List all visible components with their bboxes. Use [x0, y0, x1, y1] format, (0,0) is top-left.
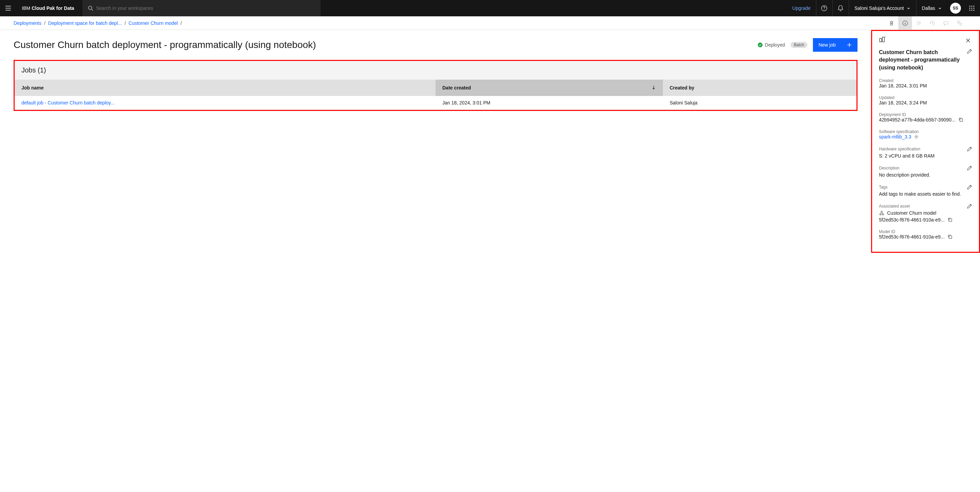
associated-asset-name: Customer Churn model	[887, 210, 937, 216]
status-deployed: Deployed	[757, 42, 785, 48]
app-switcher[interactable]	[964, 0, 980, 16]
copy-icon[interactable]	[958, 117, 964, 123]
col-date-created[interactable]: Date created	[436, 80, 663, 96]
col-date-label: Date created	[442, 85, 471, 91]
detail-description: Description No description provided.	[879, 166, 972, 178]
svg-point-6	[969, 8, 970, 9]
search-input[interactable]	[93, 5, 321, 11]
flow-icon	[916, 21, 921, 26]
toolbar-icons	[885, 16, 966, 30]
status-label: Deployed	[765, 42, 785, 48]
hardware-spec-label: Hardware specification	[879, 146, 920, 151]
edit-icon[interactable]	[967, 146, 972, 152]
breadcrumb-separator: /	[124, 21, 126, 26]
detail-updated: Updated Jan 18, 2024, 3:24 PM	[879, 95, 972, 105]
menu-icon	[5, 5, 11, 11]
model-icon	[879, 210, 885, 216]
svg-rect-17	[880, 38, 882, 42]
detail-deployment-id: Deployment ID 42b94952-a77b-4dda-b5b7-39…	[879, 112, 972, 123]
svg-point-20	[916, 136, 917, 137]
top-header: IBM Cloud Pak for Data Upgrade Saloni Sa…	[0, 0, 980, 16]
account-name: Saloni Saluja's Account	[854, 5, 904, 11]
svg-point-10	[972, 10, 972, 11]
description-label: Description	[879, 166, 899, 170]
main-content: Customer Churn batch deployment - progra…	[0, 30, 871, 253]
edit-icon[interactable]	[967, 49, 972, 54]
detail-model-id: Model ID 5f2ed53c-f676-4661-910a-e9...	[879, 229, 972, 240]
software-spec-value[interactable]: spark-mllib_3.3	[879, 134, 911, 140]
main-layout: Customer Churn batch deployment - progra…	[0, 30, 980, 253]
svg-point-22	[880, 214, 881, 215]
svg-rect-25	[949, 236, 952, 239]
detail-hardware-spec: Hardware specification S: 2 vCPU and 8 G…	[879, 146, 972, 159]
associated-asset-label: Associated asset	[879, 204, 910, 209]
job-creator: Saloni Saluja	[663, 96, 856, 110]
brand-cpd: Cloud Pak for Data	[32, 5, 74, 11]
related-icon	[957, 21, 962, 26]
jobs-highlight: Jobs (1) Job name Date created Created b…	[14, 60, 858, 111]
new-job-button[interactable]: New job	[813, 38, 858, 52]
brand-ibm: IBM	[22, 5, 30, 11]
breadcrumb-model[interactable]: Customer Churn model	[129, 21, 178, 26]
svg-rect-14	[958, 21, 959, 23]
edit-icon[interactable]	[967, 204, 972, 209]
svg-rect-24	[949, 219, 952, 221]
software-spec-label: Software specification	[879, 129, 972, 134]
delete-button[interactable]	[885, 16, 898, 30]
job-name-link[interactable]: default job - Customer Churn batch deplo…	[21, 100, 115, 105]
panel-title-row: Customer Churn batch deployment - progra…	[879, 49, 972, 72]
svg-point-9	[969, 10, 970, 11]
info-button[interactable]	[898, 16, 912, 30]
detail-tags: Tags Add tags to make assets easier to f…	[879, 185, 972, 197]
chevron-down-icon	[938, 6, 942, 10]
tags-value: Add tags to make assets easier to find.	[879, 191, 972, 197]
copy-icon[interactable]	[947, 234, 953, 240]
detail-software-spec: Software specification spark-mllib_3.3	[879, 129, 972, 140]
deployment-id-label: Deployment ID	[879, 112, 972, 117]
svg-point-7	[972, 8, 972, 9]
svg-rect-13	[944, 21, 948, 24]
breadcrumb-separator: /	[181, 21, 182, 26]
table-row[interactable]: default job - Customer Churn batch deplo…	[14, 96, 856, 110]
brand[interactable]: IBM Cloud Pak for Data	[16, 5, 80, 11]
bell-icon	[837, 5, 844, 11]
sort-desc-icon	[651, 85, 656, 90]
search-container[interactable]	[82, 0, 321, 16]
model-id-label: Model ID	[879, 229, 972, 234]
svg-point-4	[972, 6, 972, 7]
breadcrumb-space[interactable]: Deployment space for batch depl...	[48, 21, 122, 26]
flow-button	[912, 16, 926, 30]
related-button	[953, 16, 966, 30]
panel-close-button[interactable]	[964, 37, 972, 45]
edit-icon[interactable]	[967, 185, 972, 190]
history-button	[926, 16, 939, 30]
deployment-id-value: 42b94952-a77b-4dda-b5b7-39090...	[879, 117, 956, 123]
copy-icon[interactable]	[947, 217, 953, 223]
account-menu[interactable]: Saloni Saluja's Account	[849, 0, 916, 16]
notifications-button[interactable]	[832, 0, 849, 16]
breadcrumb-deployments[interactable]: Deployments	[14, 21, 41, 26]
history-icon	[930, 21, 935, 26]
edit-icon[interactable]	[967, 166, 972, 171]
svg-rect-19	[960, 119, 963, 121]
new-job-label: New job	[818, 42, 836, 48]
upgrade-link[interactable]: Upgrade	[787, 5, 816, 11]
updated-label: Updated	[879, 95, 972, 100]
search-icon	[88, 5, 93, 11]
breadcrumb: Deployments / Deployment space for batch…	[14, 21, 182, 26]
gear-icon	[914, 134, 919, 139]
region-menu[interactable]: Dallas	[916, 0, 947, 16]
help-button[interactable]	[816, 0, 832, 16]
hamburger-menu[interactable]	[0, 0, 16, 16]
detail-created: Created Jan 18, 2024, 3:01 PM	[879, 78, 972, 88]
avatar[interactable]: SS	[950, 3, 961, 14]
col-job-name[interactable]: Job name	[14, 80, 436, 96]
breadcrumb-separator: /	[44, 21, 46, 26]
svg-rect-15	[960, 24, 962, 25]
svg-point-8	[974, 8, 975, 9]
chevron-down-icon	[907, 6, 911, 10]
col-created-by[interactable]: Created by	[663, 80, 856, 96]
associated-asset-id: 5f2ed53c-f676-4661-910a-e9...	[879, 217, 945, 223]
hardware-spec-value: S: 2 vCPU and 8 GB RAM	[879, 153, 972, 159]
info-icon	[902, 21, 908, 26]
